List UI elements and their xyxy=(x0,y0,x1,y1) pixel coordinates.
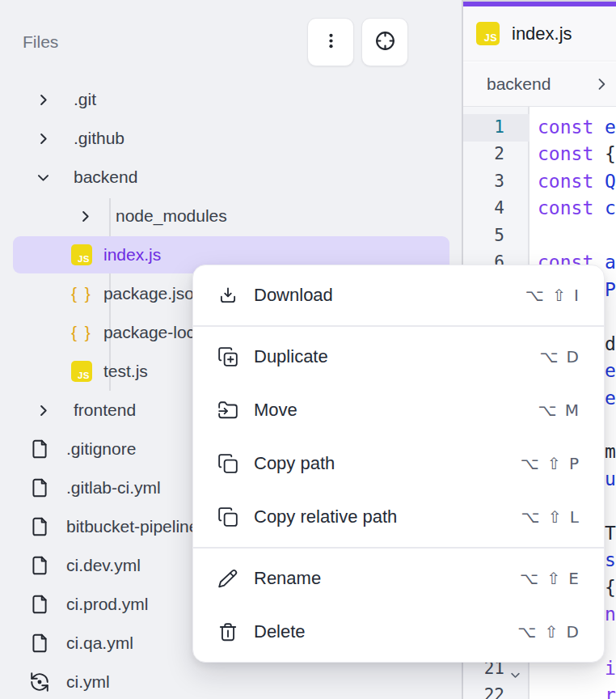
chevron-right-icon xyxy=(36,131,51,146)
menu-item-label: Download xyxy=(254,285,510,306)
tree-item-label: .gitignore xyxy=(66,439,136,459)
js-file-icon: JS xyxy=(476,22,500,45)
files-options-button[interactable] xyxy=(307,18,354,66)
sync-icon xyxy=(29,671,50,693)
json-braces-icon: { } xyxy=(71,284,92,303)
menu-item-label: Rename xyxy=(254,568,504,589)
menu-item-shortcut: ⌥ ⇧ P xyxy=(520,454,580,473)
code-line-3: const Queue xyxy=(538,168,616,195)
code-line-4: const cors xyxy=(538,195,616,222)
file-icon xyxy=(29,633,50,654)
tree-item-label: backend xyxy=(74,167,137,187)
tab-label: index.js xyxy=(512,23,572,44)
line-number-4: 4 xyxy=(463,195,530,222)
app-window: Files .git.githubbackendnode_modulesJSin… xyxy=(0,0,616,699)
chevron-right-icon xyxy=(36,403,51,418)
menu-item-label: Delete xyxy=(254,621,502,642)
tree-item-node-modules[interactable]: node_modules xyxy=(0,197,462,235)
tab-index-js[interactable]: JS index.js xyxy=(463,6,616,61)
tree-item-label: package.json xyxy=(103,284,204,303)
code-line-22: r xyxy=(538,682,616,699)
tree-item-label: node_modules xyxy=(116,206,227,226)
tree-item-label: .gitlab-ci.yml xyxy=(66,478,161,498)
tree-item-label: .github xyxy=(74,129,124,148)
line-number-5: 5 xyxy=(463,222,530,249)
tree-item-label: ci.qa.yml xyxy=(66,633,133,653)
js-file-icon: JS xyxy=(71,244,92,265)
file-icon xyxy=(29,594,50,615)
tree-item--github[interactable]: .github xyxy=(0,119,462,158)
menu-separator xyxy=(193,325,604,327)
download-icon xyxy=(217,285,238,306)
file-icon xyxy=(29,555,50,576)
crosshair-icon xyxy=(374,30,396,54)
tree-item-label: .git xyxy=(74,90,96,109)
tree-item-backend[interactable]: backend xyxy=(0,158,462,197)
files-panel-header: Files xyxy=(0,0,462,78)
files-panel-title: Files xyxy=(23,32,58,52)
menu-item-delete[interactable]: Delete⌥ ⇧ D xyxy=(193,605,604,659)
line-number-22: 22 xyxy=(463,682,530,699)
code-line-2: const { Pool xyxy=(538,141,616,167)
menu-item-copy-relative-path[interactable]: Copy relative path⌥ ⇧ L xyxy=(193,490,604,544)
menu-item-shortcut: ⌥ ⇧ L xyxy=(521,507,580,527)
file-icon xyxy=(29,516,50,537)
menu-item-label: Copy relative path xyxy=(254,506,505,527)
kebab-icon xyxy=(322,32,340,53)
breadcrumb-segment-backend[interactable]: backend xyxy=(487,74,551,94)
file-icon xyxy=(29,438,50,460)
active-tab-accent-bar xyxy=(463,0,616,6)
line-number-1: 1 xyxy=(463,114,530,141)
locate-file-button[interactable] xyxy=(361,18,408,66)
menu-item-label: Copy path xyxy=(254,453,504,474)
menu-item-shortcut: ⌥ ⇧ D xyxy=(517,622,580,642)
menu-separator xyxy=(193,547,604,549)
move-icon xyxy=(217,400,238,421)
tree-item-label: frontend xyxy=(74,400,136,420)
json-braces-icon: { } xyxy=(71,323,92,342)
js-file-icon: JS xyxy=(71,361,92,382)
delete-icon xyxy=(217,621,238,642)
line-number-3: 3 xyxy=(463,168,530,195)
menu-item-shortcut: ⌥ ⇧ I xyxy=(525,286,580,305)
copy-icon xyxy=(217,506,238,527)
menu-item-move[interactable]: Move⌥ M xyxy=(193,383,604,437)
menu-item-shortcut: ⌥ M xyxy=(538,400,580,420)
rename-icon xyxy=(217,568,238,589)
menu-item-duplicate[interactable]: Duplicate⌥ D xyxy=(193,330,604,383)
file-context-menu: Download⌥ ⇧ IDuplicate⌥ DMove⌥ MCopy pat… xyxy=(192,265,605,663)
tree-item-label: ci.yml xyxy=(66,672,110,692)
file-icon xyxy=(29,477,50,498)
menu-item-shortcut: ⌥ ⇧ E xyxy=(520,569,580,588)
line-number-2: 2 xyxy=(463,141,530,167)
code-line-1: const express xyxy=(538,114,616,141)
menu-item-label: Move xyxy=(254,400,522,421)
tree-item-label: test.js xyxy=(103,362,148,381)
tree-item-label: index.js xyxy=(103,245,161,265)
copy-icon xyxy=(217,453,238,474)
menu-item-download[interactable]: Download⌥ ⇧ I xyxy=(193,269,604,322)
menu-item-shortcut: ⌥ D xyxy=(539,347,580,366)
tree-item-ci-yml[interactable]: ci.yml xyxy=(0,663,462,699)
duplicate-icon xyxy=(217,346,238,367)
tree-item-label: ci.prod.yml xyxy=(66,595,149,614)
chevron-right-icon xyxy=(593,76,610,92)
menu-item-copy-path[interactable]: Copy path⌥ ⇧ P xyxy=(193,437,604,490)
chevron-down-icon xyxy=(36,170,51,185)
chevron-right-icon xyxy=(78,209,93,224)
menu-item-rename[interactable]: Rename⌥ ⇧ E xyxy=(193,552,604,605)
chevron-right-icon xyxy=(36,92,51,108)
menu-item-label: Duplicate xyxy=(254,346,524,367)
tree-item-label: ci.dev.yml xyxy=(66,556,141,575)
breadcrumb: backend xyxy=(463,62,616,107)
tree-item--git[interactable]: .git xyxy=(0,80,462,119)
